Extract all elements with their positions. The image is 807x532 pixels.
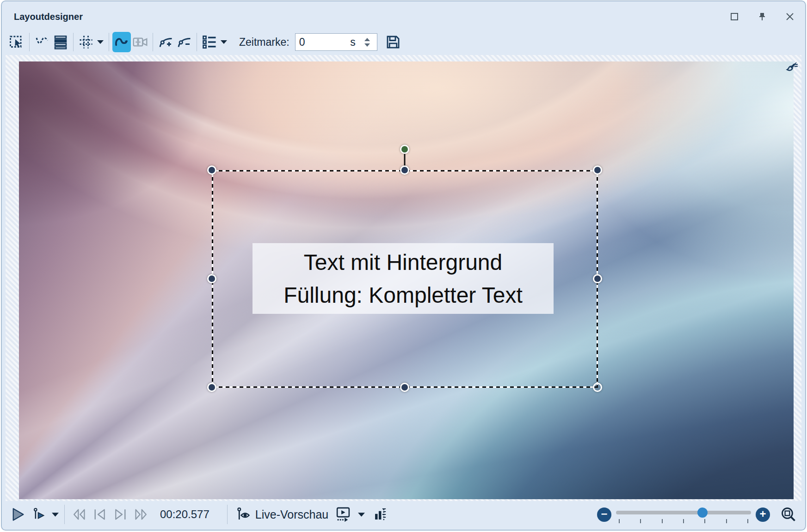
preview-window-icon — [335, 506, 351, 523]
timeline-meter-button[interactable] — [373, 507, 387, 522]
preview-window-button[interactable] — [335, 506, 351, 523]
playback-timestamp: 00:20.577 — [160, 508, 209, 521]
resize-handle-top-center[interactable] — [400, 165, 409, 175]
remove-curve-point-icon — [176, 34, 192, 50]
maximize-icon — [730, 12, 739, 21]
chevron-down-icon — [221, 40, 227, 44]
workspace: Text mit Hintergrund Füllung: Kompletter… — [6, 55, 801, 501]
timeline-meter-icon — [373, 507, 387, 522]
text-element-line1: Text mit Hintergrund — [304, 246, 503, 279]
brush-icon — [784, 59, 800, 75]
close-icon — [785, 12, 795, 21]
skip-to-start-icon — [92, 507, 108, 522]
curve-select-icon — [34, 34, 50, 50]
zoom-slider-ticks — [619, 519, 748, 523]
live-preview-eye-icon — [236, 507, 252, 522]
text-element-line2: Füllung: Kompletter Text — [283, 279, 523, 312]
save-icon — [385, 34, 401, 50]
object-list-icon — [201, 34, 218, 50]
resize-handle-middle-right[interactable] — [593, 274, 602, 283]
zoom-controls: − + — [597, 501, 797, 528]
resize-handle-top-left[interactable] — [207, 165, 216, 175]
grid-dropdown-button[interactable] — [95, 32, 105, 52]
text-element[interactable]: Text mit Hintergrund Füllung: Kompletter… — [253, 243, 554, 314]
live-preview-label: Live-Vorschau — [255, 508, 328, 521]
zeitmarke-label: Zeitmarke: — [239, 36, 290, 49]
play-options-dropdown[interactable] — [52, 513, 59, 517]
spinner-up-icon — [364, 38, 370, 41]
resize-handle-middle-left[interactable] — [207, 274, 216, 283]
skip-to-start-button[interactable] — [92, 507, 108, 522]
object-list-dropdown-button[interactable] — [219, 32, 229, 52]
pin-icon — [758, 12, 767, 21]
resize-handle-bottom-right[interactable] — [593, 383, 602, 392]
zoom-slider-track[interactable] — [616, 511, 751, 514]
object-list-button[interactable] — [200, 32, 219, 52]
transport-separator — [227, 505, 228, 524]
layoutdesigner-window: Layoutdesigner — [1, 0, 806, 531]
resize-handle-top-right[interactable] — [593, 165, 602, 175]
grid-icon — [78, 34, 94, 50]
fast-forward-icon — [132, 507, 150, 522]
chevron-down-icon — [97, 40, 104, 44]
toolbar-separator — [197, 33, 197, 51]
motion-path-tool-button[interactable] — [112, 32, 131, 52]
add-curve-point-icon — [157, 34, 174, 50]
maximize-button[interactable] — [727, 10, 741, 24]
play-from-marker-button[interactable] — [32, 507, 47, 522]
chevron-down-icon — [52, 513, 59, 517]
toolbar: Zeitmarke: s — [7, 29, 800, 55]
zoom-in-button[interactable]: + — [756, 508, 770, 522]
transport-bar: 00:20.577 Live-Vorschau — [6, 501, 801, 528]
spinner-down-icon — [364, 43, 370, 47]
resize-handle-bottom-left[interactable] — [207, 383, 216, 392]
zoom-fit-magnifier-icon — [780, 506, 797, 523]
layout-canvas[interactable]: Text mit Hintergrund Füllung: Kompletter… — [19, 61, 794, 499]
rewind-button[interactable] — [70, 507, 88, 522]
preview-options-dropdown[interactable] — [358, 513, 365, 517]
layers-icon — [52, 34, 69, 50]
remove-curve-point-button[interactable] — [175, 32, 193, 52]
camera-pan-tool-button — [131, 32, 149, 52]
curve-select-tool-button[interactable] — [33, 32, 51, 52]
toolbar-separator — [73, 33, 74, 51]
zoom-out-button[interactable]: − — [597, 508, 611, 522]
rewind-icon — [70, 507, 88, 522]
zoom-slider[interactable] — [616, 505, 751, 524]
toolbar-separator — [109, 33, 109, 51]
window-controls — [727, 10, 797, 24]
close-button[interactable] — [783, 10, 797, 24]
skip-to-end-button[interactable] — [112, 507, 129, 522]
window-title: Layoutdesigner — [14, 12, 83, 22]
live-preview-button[interactable] — [236, 507, 252, 522]
toolbar-separator — [153, 33, 153, 51]
zoom-fit-button[interactable] — [780, 506, 797, 523]
chevron-down-icon — [358, 513, 365, 517]
layers-tool-button[interactable] — [51, 32, 70, 52]
grid-tool-button[interactable] — [77, 32, 95, 52]
motion-path-icon — [113, 33, 130, 51]
zoom-in-icon: + — [759, 508, 766, 520]
select-tool-button[interactable] — [7, 32, 26, 52]
edit-background-button[interactable] — [784, 59, 800, 75]
zeitmarke-unit: s — [345, 36, 356, 49]
zeitmarke-spinner[interactable] — [361, 38, 373, 47]
camera-pan-icon — [132, 34, 148, 50]
select-tool-icon — [8, 34, 25, 50]
transport-separator — [64, 505, 65, 524]
fast-forward-button[interactable] — [132, 507, 150, 522]
toolbar-separator — [29, 33, 30, 51]
play-button[interactable] — [10, 507, 26, 522]
play-icon — [10, 507, 26, 522]
play-from-marker-icon — [32, 507, 47, 522]
save-button[interactable] — [384, 32, 402, 52]
resize-handle-bottom-center[interactable] — [400, 383, 409, 392]
add-curve-point-button[interactable] — [156, 32, 175, 52]
zoom-slider-thumb[interactable] — [697, 508, 708, 518]
zeitmarke-field: s — [295, 33, 377, 51]
zoom-out-icon: − — [601, 508, 607, 520]
zeitmarke-input[interactable] — [296, 34, 345, 50]
rotation-handle[interactable] — [400, 145, 409, 154]
pin-button[interactable] — [755, 10, 769, 24]
skip-to-end-icon — [112, 507, 129, 522]
